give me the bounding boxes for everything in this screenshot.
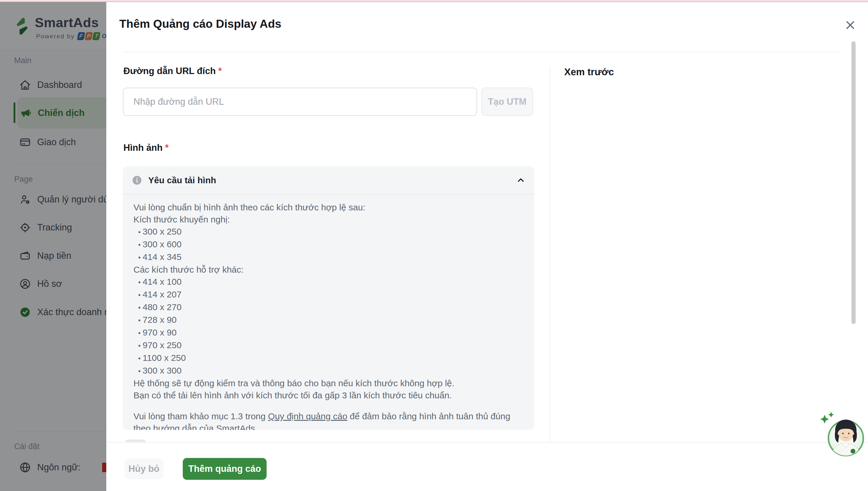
- recommended-sizes-list: 300 x 250 300 x 600 414 x 345: [134, 225, 524, 263]
- create-utm-button[interactable]: Tạo UTM: [481, 88, 533, 116]
- sparkles-icon: [820, 412, 834, 424]
- image-requirements-panel: Yêu cầu tải hình Vui lòng chuẩn bị hình …: [123, 166, 534, 430]
- modal-footer: Hủy bỏ Thêm quảng cáo: [106, 442, 868, 491]
- requirements-intro: Vui lòng chuẩn bị hình ảnh theo các kích…: [134, 201, 524, 213]
- max-size-note: Bạn có thể tải lên hình ảnh với kích thư…: [134, 389, 524, 401]
- image-field-label: Hình ảnh *: [123, 143, 169, 153]
- cancel-button[interactable]: Hủy bỏ: [124, 459, 163, 479]
- recommended-label: Kích thước khuyến nghị:: [134, 213, 524, 225]
- add-ad-submit-button[interactable]: Thêm quảng cáo: [183, 458, 267, 480]
- supported-sizes-list: 414 x 100 414 x 207 480 x 270 728 x 90 9…: [134, 276, 524, 377]
- url-field-label: Đường dẫn URL đích *: [123, 66, 222, 77]
- size-item: 414 x 207: [134, 288, 524, 301]
- size-item: 1100 x 250: [134, 352, 524, 365]
- add-display-ad-modal: Thêm Quảng cáo Display Ads Đường dẫn URL…: [106, 2, 868, 491]
- chevron-up-icon: [516, 176, 526, 185]
- modal-scrollbar[interactable]: [851, 41, 856, 324]
- ad-policy-link[interactable]: Quy định quảng cáo: [268, 411, 347, 421]
- modal-header-divider: [123, 52, 841, 52]
- size-item: 414 x 345: [134, 251, 524, 263]
- auto-check-note: Hệ thống sẽ tự động kiểm tra và thông bá…: [134, 377, 524, 389]
- requirements-title: Yêu cầu tải hình: [148, 175, 216, 185]
- size-item: 480 x 270: [134, 301, 524, 314]
- size-item: 970 x 250: [134, 339, 524, 352]
- url-input[interactable]: [123, 88, 477, 116]
- close-icon[interactable]: [842, 17, 859, 33]
- size-item: 728 x 90: [134, 314, 524, 326]
- size-item: 414 x 100: [134, 276, 524, 288]
- size-item: 970 x 90: [134, 326, 524, 339]
- modal-title: Thêm Quảng cáo Display Ads: [119, 18, 281, 30]
- preview-divider: [550, 67, 550, 442]
- requirements-collapse-header[interactable]: Yêu cầu tải hình: [123, 166, 534, 195]
- info-icon: [132, 175, 142, 185]
- size-item: 300 x 300: [134, 365, 524, 377]
- policy-reference: Vui lòng tham khảo mục 1.3 trong Quy địn…: [134, 410, 524, 430]
- size-item: 300 x 600: [134, 238, 524, 251]
- required-asterisk: *: [165, 143, 169, 153]
- requirements-body: Vui lòng chuẩn bị hình ảnh theo các kích…: [123, 195, 534, 430]
- top-border-strip: [0, 0, 868, 2]
- supported-label: Các kích thước hỗ trợ khác:: [134, 263, 524, 276]
- assistant-chat-button[interactable]: [816, 410, 868, 462]
- size-item: 300 x 250: [134, 225, 524, 238]
- preview-title: Xem trước: [564, 66, 614, 78]
- page: SmartAds Powered by F P T Online Main Da…: [0, 0, 868, 491]
- required-asterisk: *: [218, 66, 222, 76]
